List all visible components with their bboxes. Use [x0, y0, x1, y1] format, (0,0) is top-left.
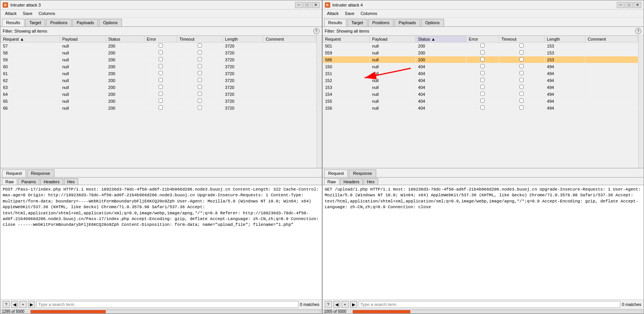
table-row[interactable]: 59 null 200 3720 — [1, 56, 316, 63]
minimize-btn-1[interactable]: ─ — [295, 2, 303, 8]
cell-status: 200 — [106, 70, 144, 77]
cell-error — [144, 56, 177, 63]
sub-tab-raw-1[interactable]: Raw — [2, 178, 17, 185]
table-row[interactable]: 58 null 200 3720 — [1, 49, 316, 56]
table-row[interactable]: 62 null 200 3720 — [1, 77, 316, 84]
menu-columns-1[interactable]: Columns — [36, 10, 58, 16]
progress-container-1: 1295 of 5000 — [0, 309, 322, 314]
search-next-1[interactable]: ▶ — [28, 301, 35, 308]
sub-tab-hex-1[interactable]: Hex — [64, 178, 79, 185]
menu-save-1[interactable]: Save — [20, 10, 36, 16]
table-row[interactable]: 559 null 200 153 — [323, 49, 638, 56]
table-row[interactable]: 586 null 200 153 — [323, 56, 638, 63]
close-btn-2[interactable]: ✕ — [634, 2, 641, 8]
tab-response-2[interactable]: Response — [349, 169, 376, 177]
tab-payloads-2[interactable]: Payloads — [394, 19, 420, 26]
cell-error — [466, 70, 499, 77]
table-row[interactable]: 65 null 200 3720 — [1, 98, 316, 105]
tab-results-1[interactable]: Results — [2, 19, 25, 26]
col-payload-1[interactable]: Payload — [60, 36, 106, 43]
tab-request-1[interactable]: Request — [2, 169, 26, 177]
table-row[interactable]: 150 null 404 494 — [323, 63, 638, 70]
scrollbar-1[interactable] — [316, 36, 322, 168]
maximize-btn-2[interactable]: □ — [625, 2, 633, 8]
maximize-btn-1[interactable]: □ — [303, 2, 311, 8]
menu-bar-1: Attack Save Columns — [0, 10, 322, 18]
tab-target-1[interactable]: Target — [25, 19, 46, 26]
table-scroll-2[interactable]: Request Payload Status ▲ Error Timeout L… — [323, 36, 639, 168]
table-row[interactable]: 66 null 200 3720 — [1, 105, 316, 112]
cell-status: 404 — [416, 91, 466, 98]
tab-request-2[interactable]: Request — [324, 169, 348, 177]
scrollbar-2[interactable] — [638, 36, 644, 168]
table-row[interactable]: 501 null 200 153 — [323, 43, 638, 49]
menu-columns-2[interactable]: Columns — [357, 10, 380, 16]
tab-response-1[interactable]: Response — [27, 169, 54, 177]
table-row[interactable]: 152 null 404 494 — [323, 77, 638, 84]
sub-tab-hex-2[interactable]: Hex — [364, 178, 378, 185]
cell-error — [466, 105, 499, 112]
close-btn-1[interactable]: ✕ — [312, 2, 320, 8]
search-input-1[interactable] — [36, 301, 298, 308]
progress-bar-1 — [30, 310, 320, 314]
search-prev-2[interactable]: ◀ — [333, 301, 340, 308]
table-row[interactable]: 63 null 200 3720 — [1, 84, 316, 91]
table-row[interactable]: 57 null 200 3720 — [1, 43, 316, 49]
sub-tab-headers-1[interactable]: Headers — [40, 178, 63, 185]
search-add-2[interactable]: + — [342, 301, 349, 308]
cell-error — [466, 91, 499, 98]
col-timeout-2[interactable]: Timeout — [499, 36, 544, 43]
tab-options-1[interactable]: Options — [99, 19, 122, 26]
table-row[interactable]: 154 null 404 494 — [323, 91, 638, 98]
menu-save-2[interactable]: Save — [342, 10, 357, 16]
help-search-2[interactable]: ? — [325, 301, 332, 308]
table-row[interactable]: 153 null 404 494 — [323, 84, 638, 91]
window-title-2: Intruder attack 4 — [333, 3, 363, 7]
cell-payload: null — [60, 70, 106, 77]
table-row[interactable]: 151 null 404 494 — [323, 70, 638, 77]
table-row[interactable]: 64 null 200 3720 — [1, 91, 316, 98]
table-row[interactable]: 156 null 404 494 — [323, 105, 638, 112]
table-row[interactable]: 155 null 404 494 — [323, 98, 638, 105]
col-request-1[interactable]: Request ▲ — [1, 36, 60, 43]
table-area-2: Request Payload Status ▲ Error Timeout L… — [323, 36, 644, 168]
help-search-1[interactable]: ? — [3, 301, 10, 308]
tab-results-2[interactable]: Results — [324, 19, 347, 26]
tab-options-2[interactable]: Options — [421, 19, 444, 26]
help-btn-2[interactable]: ? — [635, 28, 641, 34]
col-status-2[interactable]: Status ▲ — [416, 36, 466, 43]
titlebar-controls-1: ─ □ ✕ — [295, 2, 320, 8]
minimize-btn-2[interactable]: ─ — [617, 2, 624, 8]
search-add-1[interactable]: + — [20, 301, 26, 308]
col-request-2[interactable]: Request — [323, 36, 370, 43]
search-input-2[interactable] — [359, 301, 621, 308]
col-error-1[interactable]: Error — [144, 36, 177, 43]
search-next-2[interactable]: ▶ — [350, 301, 357, 308]
tab-positions-1[interactable]: Positions — [46, 19, 72, 26]
table-row[interactable]: 60 null 200 3720 — [1, 63, 316, 70]
sub-tab-params-1[interactable]: Params — [18, 178, 39, 185]
col-length-2[interactable]: Length — [544, 36, 585, 43]
col-timeout-1[interactable]: Timeout — [177, 36, 223, 43]
menu-attack-1[interactable]: Attack — [2, 10, 20, 16]
table-row[interactable]: 61 null 200 3720 — [1, 70, 316, 77]
app-icon-2: B — [325, 2, 330, 8]
sub-tab-bar-1: Raw Params Headers Hex — [0, 178, 322, 185]
col-comment-2[interactable]: Comment — [585, 36, 638, 43]
col-error-2[interactable]: Error — [466, 36, 499, 43]
tab-payloads-1[interactable]: Payloads — [72, 19, 98, 26]
col-payload-2[interactable]: Payload — [370, 36, 416, 43]
sub-tab-raw-2[interactable]: Raw — [324, 178, 339, 185]
search-prev-1[interactable]: ◀ — [11, 301, 18, 308]
tab-target-2[interactable]: Target — [347, 19, 367, 26]
col-comment-1[interactable]: Comment — [263, 36, 316, 43]
tab-positions-2[interactable]: Positions — [368, 19, 394, 26]
table-scroll-1[interactable]: Request ▲ Payload Status Error Timeout L… — [0, 36, 316, 168]
col-status-1[interactable]: Status — [106, 36, 144, 43]
cell-status: 404 — [416, 77, 466, 84]
sub-tab-headers-2[interactable]: Headers — [340, 178, 363, 185]
col-length-1[interactable]: Length — [223, 36, 263, 43]
help-btn-1[interactable]: ? — [313, 28, 320, 34]
progress-bar-2 — [352, 310, 642, 314]
menu-attack-2[interactable]: Attack — [324, 10, 342, 16]
